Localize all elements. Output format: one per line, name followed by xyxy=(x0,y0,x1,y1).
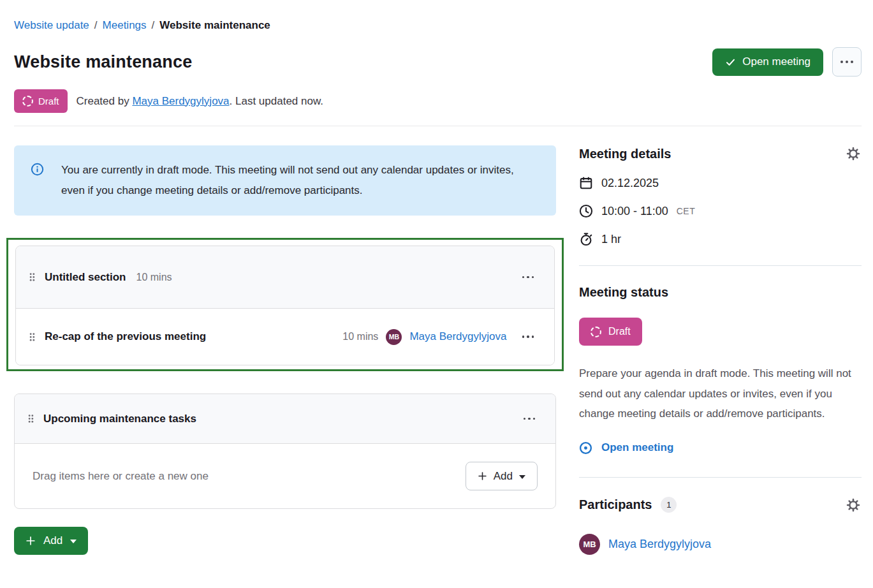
meeting-time: 10:00 - 11:00 xyxy=(601,205,668,218)
created-by-suffix: . Last updated now. xyxy=(230,95,323,107)
author-link[interactable]: Maya Berdygylyjova xyxy=(132,95,229,107)
add-agenda-button[interactable]: Add xyxy=(14,527,88,555)
chevron-down-icon xyxy=(519,475,525,479)
assignee-avatar[interactable]: MB xyxy=(386,329,402,345)
ellipsis-icon xyxy=(522,335,525,338)
meeting-page: Website update / Meetings / Website main… xyxy=(0,0,873,555)
info-icon xyxy=(31,163,44,201)
header-divider xyxy=(14,126,862,126)
gear-icon xyxy=(846,498,860,512)
section-duration: 10 mins xyxy=(136,272,172,283)
meeting-duration-row: 1 hr xyxy=(579,232,862,246)
meeting-status-description: Prepare your agenda in draft mode. This … xyxy=(579,364,862,424)
section-title: Untitled section xyxy=(45,271,126,284)
created-by-prefix: Created by xyxy=(77,95,129,107)
stopwatch-icon xyxy=(579,232,593,246)
meeting-date: 02.12.2025 xyxy=(601,177,659,190)
page-title: Website maintenance xyxy=(14,52,192,72)
open-meeting-button-label: Open meeting xyxy=(742,55,811,68)
breadcrumb-link-project[interactable]: Website update xyxy=(14,19,89,32)
header-actions: Open meeting xyxy=(712,47,862,77)
participants-count-badge: 1 xyxy=(661,497,677,513)
agenda-item-duration: 10 mins xyxy=(342,331,378,342)
draft-dashed-circle-icon xyxy=(22,96,33,107)
sidebar-divider xyxy=(579,265,862,266)
breadcrumb-link-meetings[interactable]: Meetings xyxy=(103,19,147,32)
draft-dashed-circle-icon xyxy=(591,327,601,337)
meeting-timezone: CET xyxy=(677,206,696,216)
meeting-sidebar: Meeting details xyxy=(579,145,862,555)
clock-icon xyxy=(579,204,593,218)
empty-agenda-section-card: Upcoming maintenance tasks Drag items he… xyxy=(14,393,556,509)
ellipsis-icon xyxy=(840,61,843,63)
plus-icon xyxy=(478,471,487,481)
created-by-text: Created by Maya Berdygylyjova. Last upda… xyxy=(77,95,323,108)
section-title: Upcoming maintenance tasks xyxy=(43,413,196,425)
plus-icon xyxy=(26,536,36,546)
drag-handle-icon[interactable] xyxy=(29,272,36,283)
draft-mode-alert-text: You are currently in draft mode. This me… xyxy=(61,160,522,201)
meeting-status-title: Meeting status xyxy=(579,285,668,300)
draft-status-button-label: Draft xyxy=(608,326,631,337)
participant-row: MB Maya Berdygylyjova xyxy=(579,534,862,555)
agenda-section-header[interactable]: Untitled section 10 mins xyxy=(16,246,554,308)
participants-title: Participants xyxy=(579,497,652,512)
meeting-duration: 1 hr xyxy=(601,233,621,246)
open-meeting-button[interactable]: Open meeting xyxy=(712,48,823,76)
meeting-time-row: 10:00 - 11:00 CET xyxy=(579,204,862,218)
drag-handle-icon[interactable] xyxy=(29,332,36,342)
sidebar-divider xyxy=(579,477,862,478)
agenda-item-title: Re-cap of the previous meeting xyxy=(45,330,206,343)
breadcrumb-separator: / xyxy=(152,19,155,32)
circle-dot-icon xyxy=(579,441,592,455)
selected-agenda-group: Untitled section 10 mins Re-cap of the p… xyxy=(6,238,564,371)
agenda-section-card: Untitled section 10 mins Re-cap of the p… xyxy=(15,246,555,365)
add-agenda-button-label: Add xyxy=(43,534,62,547)
section-more-actions-button[interactable] xyxy=(522,414,537,424)
drag-handle-icon[interactable] xyxy=(27,413,34,424)
agenda-column: You are currently in draft mode. This me… xyxy=(14,145,556,555)
check-icon xyxy=(725,57,736,68)
meeting-details-title: Meeting details xyxy=(579,147,671,161)
page-header: Website maintenance Open meeting xyxy=(14,47,862,77)
header-more-actions-button[interactable] xyxy=(832,47,862,77)
assignee-link[interactable]: Maya Berdygylyjova xyxy=(409,330,506,343)
participant-avatar[interactable]: MB xyxy=(579,534,600,555)
calendar-icon xyxy=(579,176,593,190)
open-meeting-link-label: Open meeting xyxy=(601,441,673,454)
breadcrumb-separator: / xyxy=(94,19,98,32)
section-add-button[interactable]: Add xyxy=(466,462,538,490)
gear-icon xyxy=(846,147,860,161)
meeting-date-row: 02.12.2025 xyxy=(579,176,862,190)
meta-row: Draft Created by Maya Berdygylyjova. Las… xyxy=(14,89,862,113)
participants-settings-button[interactable] xyxy=(845,497,862,513)
section-more-actions-button[interactable] xyxy=(521,272,536,283)
participant-link[interactable]: Maya Berdygylyjova xyxy=(608,538,711,551)
drop-zone-placeholder: Drag items here or create a new one xyxy=(33,470,209,483)
breadcrumb: Website update / Meetings / Website main… xyxy=(14,19,862,32)
ellipsis-icon xyxy=(524,418,526,420)
meeting-details-settings-button[interactable] xyxy=(845,145,862,162)
draft-status-button[interactable]: Draft xyxy=(579,318,642,346)
open-meeting-link[interactable]: Open meeting xyxy=(579,441,673,455)
draft-status-badge[interactable]: Draft xyxy=(14,89,68,113)
agenda-item-more-actions-button[interactable] xyxy=(521,332,536,342)
ellipsis-icon xyxy=(522,276,525,279)
breadcrumb-current: Website maintenance xyxy=(159,19,270,32)
section-drop-zone[interactable]: Drag items here or create a new one Add xyxy=(15,444,555,508)
draft-badge-label: Draft xyxy=(38,96,59,107)
agenda-item-row[interactable]: Re-cap of the previous meeting 10 mins M… xyxy=(16,308,554,365)
draft-mode-alert: You are currently in draft mode. This me… xyxy=(14,145,556,216)
agenda-section-header[interactable]: Upcoming maintenance tasks xyxy=(15,394,555,444)
chevron-down-icon xyxy=(70,540,77,543)
section-add-button-label: Add xyxy=(494,470,513,483)
